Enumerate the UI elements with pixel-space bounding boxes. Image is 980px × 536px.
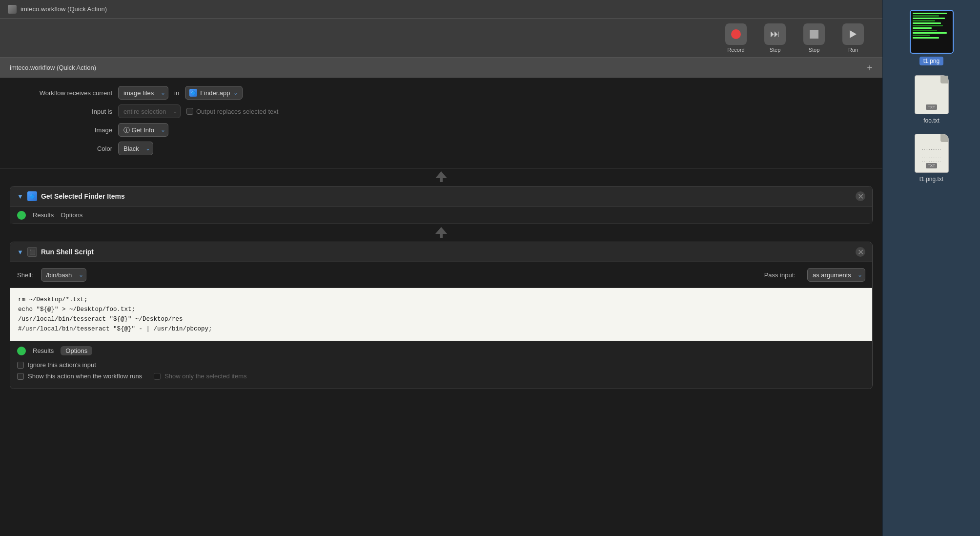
finder-select-wrapper[interactable]: 🔷 Finder.app ⌄: [185, 86, 242, 100]
show-only-checkbox[interactable]: [154, 373, 161, 380]
svg-rect-1: [440, 178, 443, 182]
step-button[interactable]: ⏭ Step: [760, 23, 790, 53]
ignore-input-row: Ignore this action's input: [17, 361, 865, 369]
svg-rect-3: [440, 234, 443, 238]
svg-marker-2: [435, 227, 447, 234]
image-row: Image ⓘ Get Info ⌄: [15, 123, 868, 137]
file-corner: [940, 76, 948, 83]
finder-select-arrow: ⌄: [233, 89, 238, 96]
shell-icon: ⬛: [27, 247, 37, 257]
record-button[interactable]: Record: [721, 23, 751, 53]
get-selected-icon: 🔷: [27, 191, 37, 201]
input-is-label: Input is: [15, 108, 112, 115]
shell-code-area[interactable]: rm ~/Desktop/*.txt; echo "${@}" > ~/Desk…: [10, 288, 872, 341]
workflow-area: Workflow receives current image files ⌄ …: [0, 78, 882, 536]
show-only-label: Show only the selected items: [164, 372, 246, 380]
code-line-4: #/usr/local/bin/tesseract "${@}" - | /us…: [18, 324, 864, 334]
output-checkbox[interactable]: [186, 108, 193, 115]
file-item-t1-png-txt[interactable]: ........................................…: [915, 134, 949, 183]
stop-icon: [803, 23, 825, 45]
foo-txt-icon: TXT: [915, 75, 949, 114]
connector-svg-1: [427, 170, 456, 184]
file-corner-2: [940, 134, 948, 142]
output-checkbox-wrapper: Output replaces selected text: [186, 108, 278, 115]
shell-options-tab[interactable]: Options: [61, 346, 92, 355]
connector-1: [0, 168, 882, 186]
shell-close-button[interactable]: ✕: [856, 247, 865, 257]
color-row: Color Black ⌄: [15, 142, 868, 155]
file-name-t1-png-txt: t1.png.txt: [919, 176, 943, 183]
pass-input-select[interactable]: as arguments: [807, 268, 865, 282]
image-select-wrapper[interactable]: ⓘ Get Info ⌄: [118, 123, 168, 137]
t1-png-txt-icon: ........................................…: [915, 134, 949, 173]
toolbar: Record ⏭ Step Stop Run: [0, 19, 882, 58]
in-label: in: [174, 89, 179, 97]
get-selected-header: ▼ 🔷 Get Selected Finder Items ✕: [10, 186, 872, 206]
show-action-label: Show this action when the workflow runs: [28, 372, 142, 380]
color-label: Color: [15, 145, 112, 152]
code-line-2: echo "${@}" > ~/Desktop/foo.txt;: [18, 305, 864, 314]
file-name-foo-txt: foo.txt: [923, 117, 939, 124]
receives-row: Workflow receives current image files ⌄ …: [15, 86, 868, 100]
input-is-row: Input is entire selection ⌄ Output repla…: [15, 104, 868, 118]
get-selected-title: Get Selected Finder Items: [41, 192, 852, 200]
receives-label: Workflow receives current: [15, 89, 112, 97]
file-type-label: TXT: [926, 104, 937, 110]
step-label: Step: [770, 47, 781, 53]
shell-results-tab[interactable]: Results: [33, 346, 54, 355]
get-selected-results-tab[interactable]: Results: [33, 210, 54, 220]
receives-select-wrapper[interactable]: image files ⌄: [118, 86, 168, 100]
finder-icon: 🔷: [189, 89, 197, 97]
ignore-input-checkbox[interactable]: [17, 362, 24, 369]
shell-label: Shell:: [17, 271, 33, 279]
input-is-select-wrapper[interactable]: entire selection ⌄: [118, 104, 181, 118]
get-selected-chevron[interactable]: ▼: [17, 193, 23, 200]
file-type-label-2: TXT: [926, 163, 937, 168]
output-label: Output replaces selected text: [196, 108, 278, 115]
shell-select[interactable]: /bin/bash: [41, 268, 86, 282]
add-button[interactable]: +: [867, 63, 873, 73]
pass-input-select-wrapper[interactable]: as arguments ⌄: [807, 268, 865, 282]
stop-label: Stop: [809, 47, 820, 53]
shell-script-block: ▼ ⬛ Run Shell Script ✕ Shell: /bin/bash …: [10, 242, 873, 389]
record-label: Record: [727, 47, 744, 53]
workflow-file-icon: [8, 5, 17, 14]
right-sidebar: t1.png TXT foo.txt .....................…: [882, 0, 980, 536]
stop-button[interactable]: Stop: [799, 23, 829, 53]
file-item-t1-png[interactable]: t1.png: [910, 10, 954, 65]
show-action-row: Show this action when the workflow runs …: [17, 372, 865, 380]
title-bar: imteco.workflow (Quick Action): [0, 0, 882, 19]
pass-input-label: Pass input:: [764, 271, 796, 279]
input-is-select[interactable]: entire selection: [118, 104, 181, 118]
shell-header: ▼ ⬛ Run Shell Script ✕: [10, 242, 872, 262]
shell-status-dot: [17, 347, 26, 355]
receives-select[interactable]: image files: [118, 86, 168, 100]
file-item-foo-txt[interactable]: TXT foo.txt: [915, 75, 949, 124]
workflow-header: imteco.workflow (Quick Action) +: [0, 58, 882, 78]
show-action-checkbox[interactable]: [17, 373, 24, 380]
ignore-input-label: Ignore this action's input: [28, 361, 96, 369]
image-label: Image: [15, 126, 112, 134]
color-select[interactable]: Black: [118, 142, 153, 155]
step-icon: ⏭: [764, 23, 786, 45]
png-thumbnail: [910, 10, 954, 54]
workflow-config: Workflow receives current image files ⌄ …: [0, 78, 882, 168]
png-content: [911, 11, 953, 53]
shell-select-wrapper[interactable]: /bin/bash ⌄: [41, 268, 86, 282]
record-icon: [725, 23, 747, 45]
get-selected-options-tab[interactable]: Options: [61, 210, 82, 220]
workflow-header-title: imteco.workflow (Quick Action): [10, 64, 867, 71]
svg-marker-0: [435, 171, 447, 178]
shell-title: Run Shell Script: [41, 248, 852, 256]
color-select-wrapper[interactable]: Black ⌄: [118, 142, 153, 155]
file-name-t1-png: t1.png: [919, 57, 943, 65]
shell-chevron[interactable]: ▼: [17, 248, 23, 256]
run-button[interactable]: Run: [838, 23, 868, 53]
window-title: imteco.workflow (Quick Action): [20, 5, 107, 13]
shell-config-row: Shell: /bin/bash ⌄ Pass input: as argume…: [10, 262, 872, 288]
shell-bottom-tabs: Results Options: [17, 346, 865, 355]
image-select[interactable]: ⓘ Get Info: [118, 123, 168, 137]
get-selected-block: ▼ 🔷 Get Selected Finder Items ✕ Results …: [10, 186, 873, 224]
shell-bottom: Results Options Ignore this action's inp…: [10, 341, 872, 389]
get-selected-close-button[interactable]: ✕: [856, 191, 865, 201]
